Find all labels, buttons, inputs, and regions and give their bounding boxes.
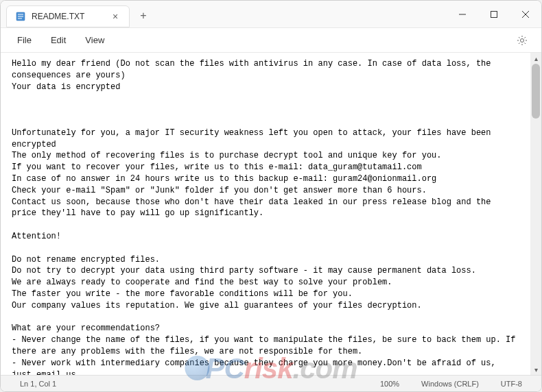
tab-title: README.TXT xyxy=(32,12,104,21)
status-right: 100% Windows (CRLF) UTF-8 xyxy=(369,380,533,388)
statusbar: Ln 1, Col 1 100% Windows (CRLF) UTF-8 xyxy=(1,375,541,391)
window-controls xyxy=(447,1,541,27)
encoding[interactable]: UTF-8 xyxy=(490,380,533,388)
scrollbar-thumb[interactable] xyxy=(532,64,540,119)
svg-point-8 xyxy=(521,38,524,42)
zoom-level[interactable]: 100% xyxy=(369,380,410,388)
notepad-icon xyxy=(15,11,26,22)
notepad-window: README.TXT × + File Edit View xyxy=(0,0,542,392)
titlebar: README.TXT × + xyxy=(1,1,541,28)
tab-close-button[interactable]: × xyxy=(110,11,121,22)
menu-view[interactable]: View xyxy=(77,31,113,49)
file-tab[interactable]: README.TXT × xyxy=(6,5,130,27)
menu-file[interactable]: File xyxy=(9,31,40,49)
scroll-down-arrow[interactable]: ▾ xyxy=(530,364,541,375)
scroll-up-arrow[interactable]: ▴ xyxy=(530,53,541,64)
menubar: File Edit View xyxy=(1,28,541,53)
close-button[interactable] xyxy=(510,1,541,27)
settings-button[interactable] xyxy=(511,29,533,51)
svg-rect-5 xyxy=(491,11,497,17)
vertical-scrollbar[interactable]: ▴ ▾ xyxy=(530,53,541,375)
content-area: Hello my dear friend (Do not scan the fi… xyxy=(1,53,541,375)
minimize-button[interactable] xyxy=(447,1,478,27)
new-tab-button[interactable]: + xyxy=(132,5,154,27)
maximize-button[interactable] xyxy=(478,1,510,27)
menu-edit[interactable]: Edit xyxy=(43,31,74,49)
text-editor[interactable]: Hello my dear friend (Do not scan the fi… xyxy=(1,53,530,375)
line-ending[interactable]: Windows (CRLF) xyxy=(410,380,490,388)
cursor-position[interactable]: Ln 1, Col 1 xyxy=(9,380,67,388)
